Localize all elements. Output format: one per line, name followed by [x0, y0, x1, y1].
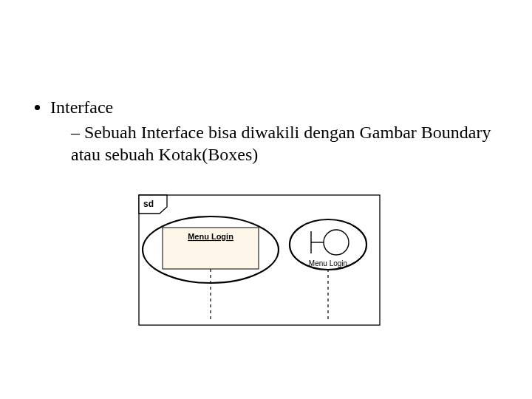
bullet-l2-text: Sebuah Interface bisa diwakili dengan Ga…: [71, 123, 491, 164]
bullet-list-level1: Interface Sebuah Interface bisa diwakili…: [30, 96, 502, 166]
diagram: sd Menu Login Menu Login: [134, 191, 389, 331]
bullet-list-level2: Sebuah Interface bisa diwakili dengan Ga…: [50, 121, 502, 166]
bullet-l2-item: Sebuah Interface bisa diwakili dengan Ga…: [71, 121, 502, 166]
diagram-svg: sd Menu Login Menu Login: [134, 191, 389, 331]
bullet-l1-text: Interface: [50, 98, 113, 117]
boundary-label: Menu Login: [309, 259, 347, 267]
slide: Interface Sebuah Interface bisa diwakili…: [0, 0, 532, 399]
svg-point-2: [324, 230, 349, 255]
frame-label: sd: [143, 199, 154, 209]
bullet-block: Interface Sebuah Interface bisa diwakili…: [30, 96, 502, 166]
bullet-l1-interface: Interface Sebuah Interface bisa diwakili…: [50, 96, 502, 166]
interface-box-label: Menu Login: [188, 232, 233, 241]
